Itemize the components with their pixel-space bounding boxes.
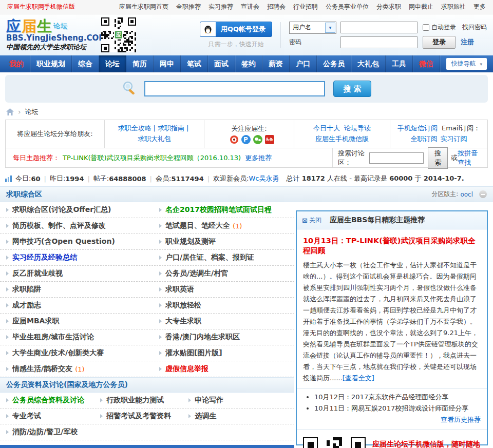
forum-link[interactable]: 公务员/选调生/村官: [165, 269, 228, 278]
read-more-link[interactable]: [查看全文]: [343, 374, 374, 382]
share-link[interactable]: 求职大礼包: [138, 134, 171, 144]
daily-topic-link[interactable]: TP-LINK(普联)武汉项目采购岗求职全程回顾（2016.10.13): [63, 153, 241, 163]
forum-link[interactable]: 职业规划及测评: [165, 237, 216, 246]
panel-post-title-link[interactable]: 10月13日：TP-LINK(普联)武汉项目采购岗求职全程回顾: [303, 236, 481, 256]
forum-link[interactable]: 公务员综合资料及讨论: [12, 396, 84, 405]
topbar-link[interactable]: 公务员事业单位: [326, 3, 369, 11]
breadcrumb-forum[interactable]: 论坛: [25, 107, 39, 116]
forum-link[interactable]: 情感生活/鹊桥交友: [12, 364, 72, 374]
sms-subscribe-link[interactable]: 手机短信订阅: [397, 123, 438, 133]
topbar-link[interactable]: 应届生求职网首页: [119, 3, 168, 11]
forum-quick-link[interactable]: 应届生手机微信版: [315, 134, 369, 144]
forum-link[interactable]: 申论写作: [195, 396, 223, 405]
username-input[interactable]: [340, 22, 418, 33]
topbar-link[interactable]: 实习推荐: [208, 3, 233, 11]
nav-item[interactable]: 职业规划: [30, 55, 72, 72]
forum-link[interactable]: 虚假信息举报: [165, 364, 208, 374]
collapse-toggle-button[interactable]: [479, 190, 487, 198]
nav-item[interactable]: 微信: [413, 55, 440, 72]
forum-link[interactable]: 香港/澳门内地生求职区: [165, 333, 240, 342]
forum-link[interactable]: 求职陷阱: [12, 285, 41, 294]
forum-link[interactable]: 求职英语: [165, 285, 194, 294]
nav-item[interactable]: 简历: [126, 55, 154, 72]
nav-item[interactable]: 网申: [154, 55, 181, 72]
home-icon[interactable]: [6, 108, 14, 115]
forum-link[interactable]: 选调生: [195, 412, 216, 421]
forum-link[interactable]: 求职放轻松: [165, 301, 201, 310]
forum-link[interactable]: 消防/边防/警卫/军校: [12, 427, 78, 437]
moderator-link[interactable]: oocl: [460, 191, 473, 198]
topbar-link[interactable]: 全职推荐: [176, 3, 201, 11]
forum-link[interactable]: 毕业生租房/城市生活讨论: [12, 333, 94, 342]
forum-link[interactable]: 笔试题目、笔经大全: [165, 221, 230, 230]
site-logo[interactable]: 应届生论坛 BBS.YingJieSheng.COM 中国领先的大学生求职论坛: [6, 18, 101, 51]
email-subscribe-link[interactable]: 实习订阅: [441, 134, 467, 144]
forum-link[interactable]: 应届MBA求职: [12, 317, 59, 326]
nav-item[interactable]: 户口: [290, 55, 317, 72]
history-recommend-link[interactable]: 查看历史推荐: [303, 415, 481, 424]
main-search-input[interactable]: [144, 81, 325, 96]
nav-item[interactable]: 论坛: [99, 55, 126, 72]
nav-item[interactable]: 薪资: [262, 55, 290, 72]
forum-link[interactable]: 大专生求职: [165, 317, 201, 326]
nav-item[interactable]: 综合: [72, 55, 99, 72]
qzone-icon[interactable]: P: [241, 135, 251, 144]
nav-item[interactable]: 面试: [208, 55, 235, 72]
forum-link[interactable]: 行政职业能力测试: [106, 396, 164, 405]
section-title-link[interactable]: 公务员资料及讨论(国家及地方公务员): [6, 380, 128, 389]
forum-search-button[interactable]: 搜索: [428, 147, 448, 169]
forum-link[interactable]: 专业考试: [12, 412, 41, 421]
nav-item[interactable]: 公务员: [317, 55, 351, 72]
panel-close-button[interactable]: ⊠ 关闭: [302, 216, 321, 225]
forum-link[interactable]: 大学生商业/技术/创新类大赛: [12, 348, 104, 358]
auto-login-option[interactable]: 自动登录: [423, 23, 456, 32]
share-link[interactable]: 求职指南: [158, 123, 184, 133]
forum-quick-link[interactable]: 论坛导读: [344, 123, 371, 133]
pinyin-search-link[interactable]: 按拼音查找: [458, 149, 482, 167]
username-type-select[interactable]: 用户名 ▾: [289, 22, 336, 34]
topbar-link[interactable]: 招聘会: [267, 3, 286, 11]
forum-link[interactable]: 招警考试及考警资料: [106, 412, 171, 421]
newest-member-link[interactable]: Wc吴永勇: [249, 174, 279, 183]
nav-item[interactable]: 工具: [386, 55, 413, 72]
forum-search-input[interactable]: [369, 152, 424, 164]
panel-bullet-item[interactable]: 10月11日：网易互娱2017校招游戏设计师面经分享: [314, 404, 481, 413]
auto-login-checkbox[interactable]: [423, 24, 429, 31]
wechat-icon[interactable]: [253, 135, 262, 144]
quick-nav-button[interactable]: 快捷导航 ▾: [446, 58, 487, 70]
forum-link[interactable]: 名企2017校园招聘笔试面试日程: [165, 205, 272, 215]
login-button[interactable]: 登录: [423, 36, 456, 49]
topbar-link[interactable]: 分类求职: [376, 3, 401, 11]
section-title-link[interactable]: 求职综合区: [6, 190, 42, 199]
topbar-mobile-wechat-link[interactable]: 应届生求职网手机微信版: [7, 3, 75, 11]
forum-link[interactable]: 成才励志: [12, 301, 41, 310]
main-search-button[interactable]: 搜 索: [333, 81, 371, 97]
forum-link[interactable]: 求职综合区(讨论及Offer汇总): [12, 205, 111, 215]
nav-item[interactable]: 签约: [235, 55, 262, 72]
topbar-link[interactable]: 求职旅社: [441, 3, 466, 11]
email-subscribe-link[interactable]: 全职订阅: [411, 134, 438, 144]
nav-item[interactable]: 我的: [3, 55, 30, 72]
chevron-down-icon[interactable]: ▾: [325, 23, 335, 33]
topbar-link[interactable]: 宣讲会: [241, 3, 259, 11]
toutiao-icon[interactable]: 头条: [265, 135, 274, 144]
password-input[interactable]: [340, 36, 418, 48]
forum-link[interactable]: 简历模板、制作、点评及修改: [12, 221, 106, 230]
forum-link[interactable]: 实习经历及经验总结: [12, 253, 77, 262]
forum-link[interactable]: 灌水贴图[图片版]: [165, 348, 222, 358]
forum-link[interactable]: 网申技巧(含Open Question): [12, 237, 115, 246]
register-link[interactable]: 注册: [461, 37, 474, 47]
more-recommend-link[interactable]: 更多推荐: [245, 153, 272, 163]
qq-login-button[interactable]: 用QQ帐号登录: [200, 22, 272, 37]
nav-item[interactable]: 笔试: [181, 55, 208, 72]
forum-link[interactable]: 户口/居住证、档案、报到证: [165, 253, 254, 262]
topbar-link[interactable]: 网申截止: [409, 3, 433, 11]
share-link[interactable]: 求职全攻略: [118, 123, 151, 133]
weibo-icon[interactable]: [230, 135, 239, 144]
topbar-link[interactable]: 行业招聘: [293, 3, 318, 11]
find-password-link[interactable]: 找回密码: [462, 23, 487, 32]
forum-link[interactable]: 反乙肝就业歧视: [12, 269, 63, 278]
nav-item[interactable]: 大礼包: [351, 55, 386, 72]
panel-bullet-item[interactable]: 10月12日：2017京东软件产品经理面经分享: [314, 393, 481, 402]
topbar-link[interactable]: 更多: [473, 3, 486, 11]
